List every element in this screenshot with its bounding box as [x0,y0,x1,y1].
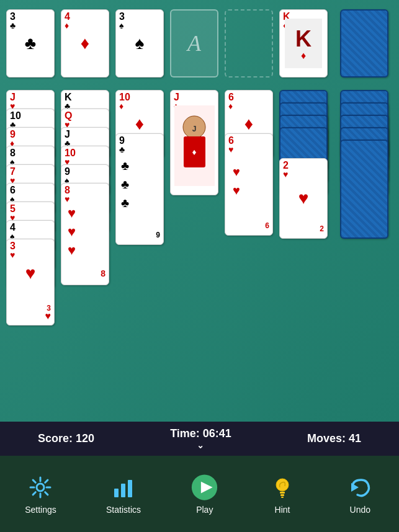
svg-point-22 [276,479,289,491]
chevron-down-icon: ⌄ [197,440,204,450]
status-bar: Score: 120 Time: 06:41 ⌄ Moves: 41 [0,422,399,456]
svg-line-14 [45,492,48,494]
card-k-diamonds[interactable]: K ♦ K ♦ [279,9,328,78]
score-display: Score: 120 [38,432,94,445]
hint-button[interactable]: Hint [269,473,297,515]
svg-text:♦: ♦ [301,50,306,61]
settings-label: Settings [25,505,56,515]
bottom-nav: Settings Statistics Play [0,456,399,532]
undo-label: Undo [350,505,370,515]
moves-display: Moves: 41 [307,432,361,445]
card-2-hearts[interactable]: 2 ♥ ♥ 2 [279,158,328,239]
svg-text:K: K [295,26,312,51]
statistics-icon [109,473,137,501]
svg-rect-17 [114,489,119,497]
play-icon [191,473,218,501]
svg-rect-25 [281,497,284,498]
settings-icon [27,473,55,501]
play-button[interactable]: Play [191,473,218,515]
card-3-hearts-c1[interactable]: 3 ♥ ♥ ♥ 3 [6,239,55,326]
card-8-hearts[interactable]: 8 ♥ ♥ ♥ ♥ 8 [61,183,109,285]
ace-slot[interactable]: A [170,9,218,78]
svg-text:J: J [192,125,196,133]
card-back-col7[interactable] [340,9,388,78]
hint-label: Hint [275,505,290,515]
svg-point-8 [37,484,44,491]
svg-marker-26 [351,483,359,492]
card-j-diamonds[interactable]: J ♦ J ♦ [170,90,218,195]
undo-icon [346,473,374,501]
statistics-button[interactable]: Statistics [106,473,141,515]
statistics-label: Statistics [106,505,141,515]
svg-rect-19 [128,480,132,497]
svg-text:♦: ♦ [192,147,196,157]
svg-rect-23 [280,492,285,494]
play-label: Play [196,505,213,515]
card-3-clubs[interactable]: 3 ♣ ♣ [6,9,55,78]
svg-rect-18 [121,484,125,497]
empty-slot-col5[interactable] [225,9,273,78]
card-6-hearts[interactable]: 6 ♥ ♥ ♥ 6 [225,133,273,236]
card-4-diamonds[interactable]: 4 ♦ ♦ [61,9,109,78]
svg-rect-24 [280,494,284,496]
game-area: 3 ♣ ♣ 4 ♦ ♦ 3 ♠ ♠ A K ♦ K ♦ J ♥ [0,0,399,422]
svg-line-15 [45,480,48,482]
hint-icon [269,473,297,501]
svg-line-16 [34,492,36,494]
undo-button[interactable]: Undo [346,473,374,515]
card-back-col7-5[interactable] [340,140,388,239]
settings-button[interactable]: Settings [25,473,56,515]
card-9-clubs[interactable]: 9 ♣ ♣ ♣ ♣ 9 [115,133,164,245]
card-3-spades[interactable]: 3 ♠ ♠ [115,9,164,78]
time-display: Time: 06:41 [170,427,231,440]
svg-line-13 [34,480,36,482]
